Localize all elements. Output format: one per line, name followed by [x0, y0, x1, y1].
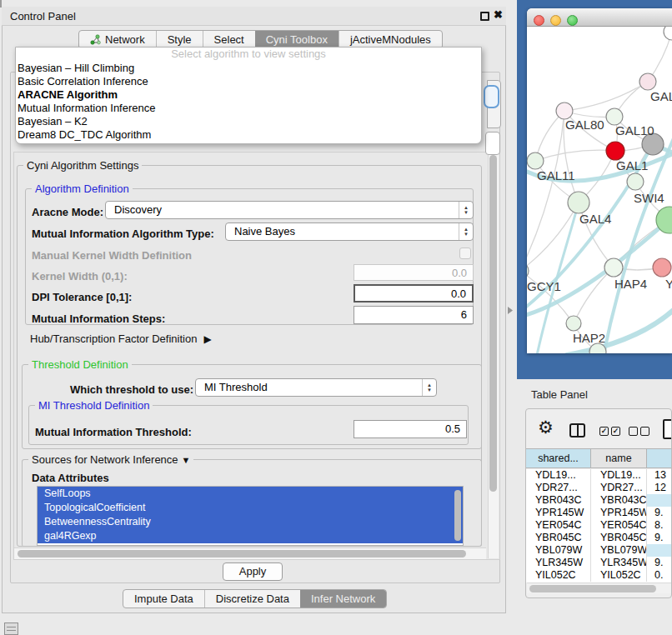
network-node-gal4[interactable] — [568, 192, 589, 213]
network-graph: GALGAL80GAL10GAL1GAL11SWI4GAL4HAP4YGCY1H… — [527, 27, 672, 353]
network-node-gal1[interactable] — [606, 142, 624, 160]
network-node-swi4[interactable] — [627, 173, 644, 190]
network-node-label: GAL10 — [615, 123, 654, 138]
gear-icon[interactable]: ⚙ — [538, 418, 554, 436]
combo-stepper-icon: ▲▼ — [422, 379, 436, 396]
table-cell: YBL079W — [591, 544, 647, 557]
table-body: YDL19...YDL19...13YDR27...YDR27...12YBR0… — [526, 469, 672, 582]
table-row[interactable]: YDL19...YDL19...13 — [526, 469, 672, 482]
table-cell — [647, 544, 672, 557]
network-node-hap4[interactable] — [604, 258, 623, 277]
column-header-cut[interactable] — [647, 449, 672, 468]
table-row[interactable]: YBR043CYBR043C — [526, 494, 672, 507]
float-panel-icon[interactable] — [480, 12, 489, 21]
bottom-tab-discretize-data[interactable]: Discretize Data — [204, 590, 300, 608]
minimize-window-icon[interactable] — [550, 15, 561, 26]
mi-steps-field[interactable]: 6 — [354, 306, 474, 324]
grid-icon[interactable] — [4, 622, 18, 635]
data-attribute-item-selfloops[interactable]: SelfLoops — [38, 487, 463, 501]
splitter-handle-icon[interactable] — [508, 307, 513, 314]
document-icon[interactable] — [663, 419, 672, 439]
list-scrollbar-thumb[interactable] — [454, 490, 461, 541]
network-edge-highlighted[interactable] — [567, 302, 672, 353]
select-all-checks-icon[interactable]: ✓✓ — [599, 427, 620, 436]
mi-threshold-group-title: MI Threshold Definition — [35, 399, 153, 412]
algorithm-option-aracne-algorithm[interactable]: ARACNE Algorithm — [16, 88, 481, 102]
data-attribute-item-topologicalcoefficient[interactable]: TopologicalCoefficient — [38, 501, 463, 515]
network-node-y[interactable] — [653, 258, 671, 277]
bottom-tab-impute-data[interactable]: Impute Data — [123, 590, 204, 608]
kernel-width-field[interactable]: 0.0 — [354, 264, 474, 281]
aracne-mode-combo[interactable]: Discovery ▲▼ — [105, 201, 474, 219]
bottom-tab-infer-network[interactable]: Infer Network — [300, 590, 386, 608]
table-row[interactable]: YIL052CYIL052C0. — [526, 569, 672, 582]
tab-select[interactable]: Select — [203, 31, 255, 48]
algorithm-dropdown-placeholder: Select algorithm to view settings — [16, 48, 481, 62]
table-cell: YBR043C — [526, 494, 591, 507]
table-hscrollbar-thumb[interactable] — [529, 585, 656, 592]
column-header-name[interactable]: name — [591, 449, 647, 468]
which-threshold-combo[interactable]: MI Threshold ▲▼ — [195, 378, 437, 397]
mi-type-label: Mutual Information Algorithm Type: — [32, 228, 214, 240]
network-node-gal80[interactable] — [556, 102, 573, 119]
network-node-gal[interactable] — [639, 73, 656, 90]
network-node-gal10[interactable] — [606, 108, 623, 125]
network-edge[interactable] — [574, 268, 614, 323]
network-edge[interactable] — [564, 82, 648, 111]
close-window-icon[interactable] — [534, 15, 544, 26]
algorithm-option-mutual-information-inference[interactable]: Mutual Information Inference — [16, 102, 481, 115]
settings-vscrollbar-thumb[interactable] — [489, 155, 497, 492]
table-cell: YPR145W — [591, 507, 647, 519]
close-panel-icon[interactable]: ✖ — [494, 8, 503, 21]
algorithm-option-dream8-dc-tdc-algorithm[interactable]: Dream8 DC_TDC Algorithm — [16, 128, 481, 142]
algorithm-option-bayesian-hill-climbing[interactable]: Bayesian – Hill Climbing — [16, 62, 481, 75]
manual-kernel-checkbox[interactable] — [459, 248, 471, 259]
tab-label: Infer Network — [311, 592, 375, 605]
table-cell — [647, 494, 672, 507]
table-row[interactable]: YER054CYER054C8. — [526, 519, 672, 532]
data-attribute-item-gal4rgexp[interactable]: gal4RGexp — [38, 529, 463, 543]
tab-style[interactable]: Style — [156, 31, 203, 48]
algorithm-option-bayesian-k2[interactable]: Bayesian – K2 — [16, 115, 481, 128]
network-edge[interactable] — [535, 150, 615, 161]
network-node-label: GCY1 — [527, 279, 561, 293]
mi-threshold-label: Mutual Information Threshold: — [35, 426, 192, 438]
settings-hscrollbar-thumb[interactable] — [18, 550, 466, 558]
tab-cyni-toolbox[interactable]: Cyni Toolbox — [255, 31, 339, 48]
zoom-window-icon[interactable] — [567, 15, 578, 26]
column-header-shared[interactable]: shared... — [526, 449, 591, 468]
tab-jactivemnodules[interactable]: jActiveMNodules — [339, 31, 442, 48]
table-cell: 9. — [647, 507, 672, 519]
table-row[interactable]: YLR345WYLR345W9. — [526, 557, 672, 569]
table-cell: YER054C — [526, 519, 591, 532]
tab-label: Discretize Data — [216, 592, 289, 605]
mi-type-value: Naive Bayes — [234, 225, 295, 238]
network-node-gal11[interactable] — [527, 152, 544, 169]
table-cell: 13 — [647, 469, 672, 482]
hub-definition-toggle[interactable]: Hub/Transcription Factor Definition▶ — [30, 332, 212, 345]
table-row[interactable]: YBR045CYBR045C9. — [526, 532, 672, 544]
network-canvas[interactable]: GALGAL80GAL10GAL1GAL11SWI4GAL4HAP4YGCY1H… — [527, 27, 672, 353]
mi-threshold-field[interactable]: 0.5 — [354, 420, 467, 438]
table-hscrollbar-track[interactable] — [527, 582, 671, 593]
table-cell: YER054C — [591, 519, 647, 532]
dpi-tolerance-field[interactable]: 0.0 — [354, 284, 474, 302]
table-cell: YDR27... — [591, 482, 647, 494]
algorithm-option-basic-correlation-inference[interactable]: Basic Correlation Inference — [16, 75, 481, 88]
network-node-hap2[interactable] — [566, 316, 581, 331]
table-row[interactable]: YDR27...YDR27...12 — [526, 482, 672, 494]
tab-network[interactable]: Network — [79, 31, 156, 48]
apply-button[interactable]: Apply — [223, 562, 283, 581]
network-node[interactable] — [664, 27, 672, 40]
data-attribute-item-betweennesscentrality[interactable]: BetweennessCentrality — [38, 515, 463, 529]
mi-type-combo[interactable]: Naive Bayes ▲▼ — [225, 222, 474, 241]
deselect-all-checks-icon[interactable] — [629, 427, 649, 436]
table-panel-title: Table Panel — [531, 388, 588, 401]
manual-kernel-label: Manual Kernel Width Definition — [32, 249, 192, 262]
table-cell: 9. — [647, 532, 672, 544]
network-node-label: GAL80 — [565, 118, 604, 132]
table-row[interactable]: YBL079WYBL079W — [526, 544, 672, 557]
column-split-icon[interactable] — [569, 423, 585, 438]
table-row[interactable]: YPR145WYPR145W9. — [526, 507, 672, 519]
collapse-arrow-icon: ▼ — [182, 455, 191, 465]
